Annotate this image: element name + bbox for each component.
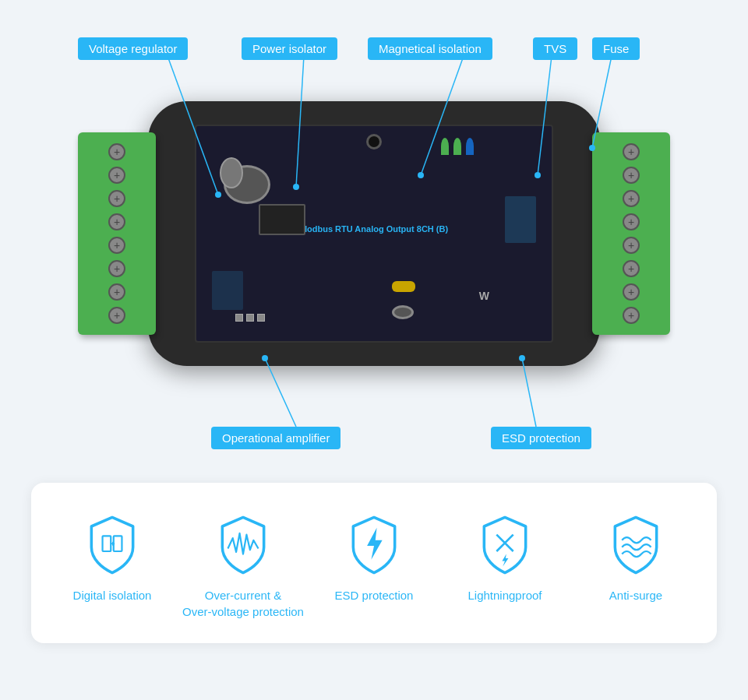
feature-digital-isolation: Digital isolation (50, 514, 175, 603)
digital-isolation-label: Digital isolation (73, 587, 152, 603)
voltage-regulator-label: Voltage regulator (78, 37, 188, 60)
operational-amplifier-label: Operational amplifier (211, 427, 340, 449)
screw (108, 307, 125, 324)
screw (108, 190, 125, 207)
esd-protection-label: ESD protection (491, 427, 591, 449)
digital-isolation-icon (81, 514, 143, 576)
led-blue (466, 138, 474, 155)
screw (623, 307, 640, 324)
lightningproof-label: Lightningproof (468, 587, 542, 603)
feature-overcurrent: Over-current & Over-voltage protection (181, 514, 305, 620)
mounting-hole-top (366, 134, 382, 149)
antisurge-icon (605, 514, 667, 576)
svg-rect-14 (103, 536, 111, 551)
connector-cluster-right (505, 196, 536, 243)
debug-pads (235, 314, 265, 322)
crystal-oscillator (392, 281, 415, 292)
screw (108, 283, 125, 301)
pcb-board-label: Modbus RTU Analog Output 8CH (B) (300, 224, 448, 234)
lightning-icon (474, 514, 536, 576)
svg-marker-18 (367, 528, 383, 560)
screw (623, 167, 640, 184)
terminal-right (592, 132, 670, 335)
pcb-board: Modbus RTU Analog Output 8CH (B) (195, 125, 553, 343)
screw (623, 237, 640, 254)
terminal-left (78, 132, 156, 335)
screw (623, 213, 640, 230)
tvs-label: TVS (533, 37, 577, 60)
led-green2 (453, 138, 461, 155)
connector-cluster-left-bottom (212, 271, 243, 310)
esd-icon (343, 514, 405, 576)
screw (623, 283, 640, 301)
screw (623, 190, 640, 207)
waveshare-logo: W (479, 290, 489, 302)
screw (108, 237, 125, 254)
overcurrent-icon (212, 514, 274, 576)
screw (108, 260, 125, 277)
feature-antisurge: Anti-surge (573, 514, 698, 603)
screw (108, 167, 125, 184)
feature-lightningproof: Lightningproof (443, 514, 567, 603)
svg-marker-21 (502, 554, 508, 567)
led-green (441, 138, 449, 155)
pcb-container: Modbus RTU Analog Output 8CH (B) (109, 70, 639, 397)
feature-esd: ESD protection (312, 514, 436, 603)
screw (623, 260, 640, 277)
esd-label: ESD protection (335, 587, 414, 603)
screw (623, 143, 640, 160)
ic-chip (259, 204, 305, 235)
features-section: Digital isolation Over-current & Over-vo… (31, 483, 717, 643)
fuse-label: Fuse (592, 37, 640, 60)
power-isolator-label: Power isolator (242, 37, 337, 60)
magnetical-isolation-label: Magnetical isolation (368, 37, 492, 60)
screw (108, 213, 125, 230)
enclosure: Modbus RTU Analog Output 8CH (B) (148, 101, 600, 366)
antisurge-label: Anti-surge (609, 587, 662, 603)
screw (108, 143, 125, 160)
diagram-section: Voltage regulator Power isolator Magneti… (31, 23, 717, 459)
overcurrent-label: Over-current & Over-voltage protection (182, 587, 304, 620)
capacitor-medium (220, 157, 243, 188)
rs485-connector (392, 305, 414, 319)
led-group (441, 138, 474, 155)
